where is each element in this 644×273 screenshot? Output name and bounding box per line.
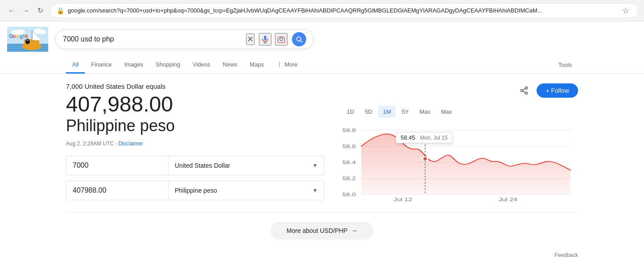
forward-button[interactable]: → [20,4,32,17]
search-icons [259,33,287,46]
more-about-button[interactable]: More about USD/PHP → [271,222,373,240]
tab-more[interactable]: ⋮ More [270,56,304,74]
back-button[interactable]: ← [5,4,18,17]
timestamp: Aug 2, 2:28AM UTC · Disclaimer [66,141,324,147]
svg-point-28 [525,92,528,94]
feedback-link[interactable]: Feedback [0,248,644,262]
svg-text:58.0: 58.0 [342,192,356,197]
share-icon [520,86,529,95]
chart-panel: + Follow 1D 5D 1M 5Y Max Max 58.8 58.6 5… [342,83,578,203]
svg-text:l: l [23,33,25,39]
chart-time-buttons: 1D 5D 1M 5Y Max Max [342,106,578,118]
svg-point-27 [521,90,523,92]
google-header: G o o g l e 7000 usd to php ✕ [0,21,644,52]
tab-news[interactable]: News [217,57,244,74]
follow-button[interactable]: + Follow [537,83,578,98]
svg-point-26 [525,87,528,89]
more-about-section: More about USD/PHP → [0,212,644,248]
to-currency-select[interactable]: Philippine peso ▼ [168,181,324,200]
browser-chrome: ← → ↻ 🔒 google.com/search?q=7000+usd+to+… [0,0,644,21]
url-text: google.com/search?q=7000+usd+to+php&oq=7… [68,7,616,14]
tab-shopping[interactable]: Shopping [149,57,186,74]
search-button[interactable] [292,32,306,46]
search-input: 7000 usd to php [63,35,242,43]
tab-videos[interactable]: Videos [186,57,217,74]
chart-container: 58.8 58.6 58.4 58.2 58.0 [342,123,578,203]
tab-maps[interactable]: Maps [243,57,270,74]
svg-point-11 [26,39,29,42]
svg-line-25 [300,41,302,42]
tab-finance[interactable]: Finance [85,57,118,74]
svg-text:Jul 12: Jul 12 [394,197,412,202]
converter-panel: 7,000 United States Dollar equals 407,98… [66,83,324,203]
time-1y-button[interactable]: 5Y [397,106,413,118]
google-logo: G o o g l e [7,27,48,52]
nav-buttons: ← → ↻ [5,4,46,17]
time-1d-button[interactable]: 1D [342,106,359,118]
disclaimer-link[interactable]: Disclaimer [118,141,143,147]
from-amount-input[interactable] [66,156,168,175]
image-search-button[interactable] [275,33,287,46]
nav-tabs: All Finance Images Shopping Videos News … [0,56,644,74]
svg-text:58.8: 58.8 [342,128,356,133]
more-about-bar: More about USD/PHP → [66,212,578,248]
chevron-down-icon: ▼ [312,162,318,169]
svg-text:o: o [16,33,19,39]
time-max-button[interactable]: Max [437,106,457,118]
svg-rect-20 [264,36,267,41]
bookmark-button[interactable]: ☆ [619,4,632,17]
time-5y-button[interactable]: Max [415,106,435,118]
address-bar[interactable]: 🔒 google.com/search?q=7000+usd+to+php&oq… [50,3,639,18]
svg-text:58.6: 58.6 [342,144,356,149]
camera-icon [277,35,286,44]
svg-point-23 [280,38,283,41]
tooltip-date: Mon, Jul 15 [420,135,447,141]
time-1m-button[interactable]: 1M [378,106,395,118]
chart-tooltip: 58.45 Mon, Jul 15 [396,132,452,143]
tab-images[interactable]: Images [118,57,150,74]
main-content: 7,000 United States Dollar equals 407,98… [0,74,644,203]
svg-text:e: e [25,33,28,39]
google-logo-area: G o o g l e [7,27,48,52]
to-amount-input[interactable] [66,181,168,200]
tools-button[interactable]: Tools [552,57,578,73]
svg-text:58.4: 58.4 [342,160,356,165]
svg-line-30 [523,88,526,90]
chart-svg: 58.8 58.6 58.4 58.2 58.0 [342,123,578,203]
svg-line-29 [523,91,526,92]
voice-search-button[interactable] [259,33,271,46]
search-clear-button[interactable]: ✕ [246,33,254,45]
target-currency-name: Philippine peso [66,116,324,135]
tooltip-value: 58.45 [401,134,415,141]
secure-icon: 🔒 [57,7,64,14]
search-box[interactable]: 7000 usd to php ✕ [55,29,314,49]
tab-all[interactable]: All [66,57,85,74]
svg-point-12 [27,40,28,41]
time-5d-button[interactable]: 5D [361,106,377,118]
chevron-down-icon-2: ▼ [312,187,318,194]
converter-inputs: United States Dollar ▼ Philippine peso ▼ [66,156,324,200]
reload-button[interactable]: ↻ [34,4,46,17]
from-input-row: United States Dollar ▼ [66,156,324,175]
equals-text: 7,000 United States Dollar equals [66,83,324,90]
svg-point-4 [39,30,46,34]
svg-text:o: o [12,33,16,39]
svg-text:g: g [20,33,23,39]
mic-icon [261,35,270,44]
from-currency-select[interactable]: United States Dollar ▼ [168,156,324,175]
svg-text:58.2: 58.2 [342,176,356,181]
svg-point-13 [28,40,29,41]
chart-header-actions: + Follow [342,83,578,99]
converted-amount: 407,988.00 [66,93,324,116]
to-input-row: Philippine peso ▼ [66,181,324,200]
share-button[interactable] [516,83,532,99]
search-icon [295,36,303,43]
svg-text:Jul 24: Jul 24 [499,197,517,202]
